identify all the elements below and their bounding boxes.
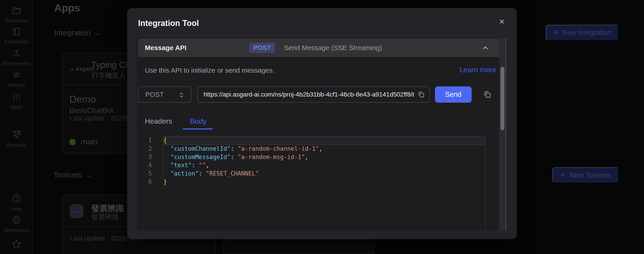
book-icon [12,33,22,37]
sidebar-item-workspace[interactable]: Workspace [0,215,33,233]
sidebar-item-workflows[interactable]: Workflows [0,6,33,24]
integration-card-subtitle: 打字機器人 [92,71,126,80]
code-token-key: "customMessageId" [170,154,230,160]
sidebar-item-settings[interactable]: Settings [0,70,33,88]
api-panel: Message API POST Send Message (SSE Strea… [137,38,506,231]
code-token-plain: : [199,170,206,177]
asgard-logo-icon: ▲ [70,66,74,72]
sidebar-item-environment[interactable]: Environment [0,48,33,67]
sidebar-item-label: Workflows [0,18,33,24]
star-icon [11,246,22,250]
close-button[interactable]: ✕ [496,16,508,27]
sidebar: Workflows Knowledge Environment Settings… [0,0,33,254]
code-token-plain: , [305,154,308,160]
active-tab-indicator [183,128,213,129]
url-field [197,86,430,103]
branch-name: main [81,137,98,146]
app-name: BasicChatBot [69,106,113,115]
copy-request-icon[interactable] [483,90,492,99]
api-name: Message API [145,44,186,52]
close-icon: ✕ [499,18,504,26]
code-token-str: "a-random-msg-id-1" [238,154,305,160]
send-button[interactable]: Send [435,86,472,103]
line-number: 3 [137,153,152,161]
method-select[interactable]: POST [138,86,192,103]
sidebar-item-knowledge[interactable]: Knowledge [0,27,33,45]
sidebar-item-label: Workspace [0,227,33,233]
code-token-key: "text" [170,162,192,168]
copy-url-icon[interactable] [417,91,425,99]
modal-scrollbar-thumb[interactable] [500,67,504,130]
code-token-plain: , [319,145,323,152]
sidebar-item-help[interactable]: Help [0,194,33,212]
method-badge: POST [249,43,275,53]
code-token-plain: : [230,154,238,160]
code-token-brace: } [163,178,167,185]
code-line[interactable]: { [163,136,485,145]
code-token-plain: , [206,162,210,168]
api-accordion-header[interactable]: Message API POST Send Message (SSE Strea… [138,39,499,57]
line-number: 2 [137,145,152,153]
code-token-plain: : [230,145,238,152]
editor-right-border [485,135,486,230]
arrow-right-icon: → [84,170,92,179]
network-icon [11,137,22,140]
sidebar-item-label: Apps [0,104,33,110]
code-line[interactable]: "customMessageId": "a-random-msg-id-1", [163,153,485,161]
line-number: 4 [137,161,152,169]
tab-body[interactable]: Body [190,117,206,126]
modal-scrollbar-edge [506,38,506,231]
toolsets-section-link[interactable]: Toolsets → [54,170,92,179]
tab-headers[interactable]: Headers [145,117,172,126]
sidebar-item-apps[interactable]: Apps [0,92,33,110]
env-name: Demo [69,94,96,105]
sliders-icon [12,77,22,81]
modal-title: Integration Tool [138,18,199,28]
folder-icon [12,12,22,16]
code-token-plain [163,170,170,177]
integration-section-link[interactable]: Integration → [54,28,100,37]
upload-icon [12,55,22,59]
code-token-str: "" [199,162,206,168]
request-controls: POST Send [137,86,506,103]
learn-more-link[interactable]: Learn more [460,66,496,74]
line-number: 1 [137,136,152,145]
code-line[interactable]: "customChannelId": "a-random-channel-id-… [163,145,485,153]
sidebar-item-star[interactable] [0,239,33,251]
branch-status-dot [70,139,76,145]
help-icon [11,201,22,205]
gear-icon [11,222,22,226]
grid-dots-icon [12,99,22,103]
asgard-logo-text: Asgard [76,66,94,72]
hidden-card-edge [223,239,374,254]
select-caret-icon [178,91,186,99]
toolset-subtitle: 發票辨識 [91,213,118,222]
code-token-plain: : [192,162,198,168]
method-select-value: POST [145,91,164,98]
code-token-plain [163,162,170,168]
plus-icon: + [553,28,558,37]
code-line[interactable]: "action": "RESET_CHANNEL" [163,169,485,178]
code-line[interactable]: } [163,178,485,186]
code-token-brace: { [163,137,167,144]
app-root: Workflows Knowledge Environment Settings… [0,0,644,254]
line-number-gutter: 123456 [137,136,152,186]
sidebar-item-semantic[interactable]: Semantic [0,129,33,148]
sidebar-item-label: Environment [0,61,33,67]
code-line[interactable]: "text": "", [163,161,485,169]
code-content[interactable]: { "customChannelId": "a-random-channel-i… [163,136,485,186]
new-toolsets-button[interactable]: + New Toolsets [552,167,619,183]
arrow-right-icon: → [93,28,100,37]
new-integration-button[interactable]: + New Integration [546,25,618,41]
json-body-editor[interactable]: 123456 { "customChannelId": "a-random-ch… [137,135,499,230]
line-number: 6 [137,178,152,186]
code-token-key: "action" [170,170,198,177]
url-input[interactable] [204,91,415,98]
plus-icon: + [560,170,565,179]
code-token-str: "RESET_CHANNEL" [206,170,259,177]
integration-tool-modal: Integration Tool ✕ Message API POST Send… [127,8,517,239]
code-token-plain [163,145,170,152]
line-number: 5 [137,169,152,178]
chevron-up-icon[interactable] [482,44,489,53]
sidebar-item-label: Knowledge [0,39,33,45]
